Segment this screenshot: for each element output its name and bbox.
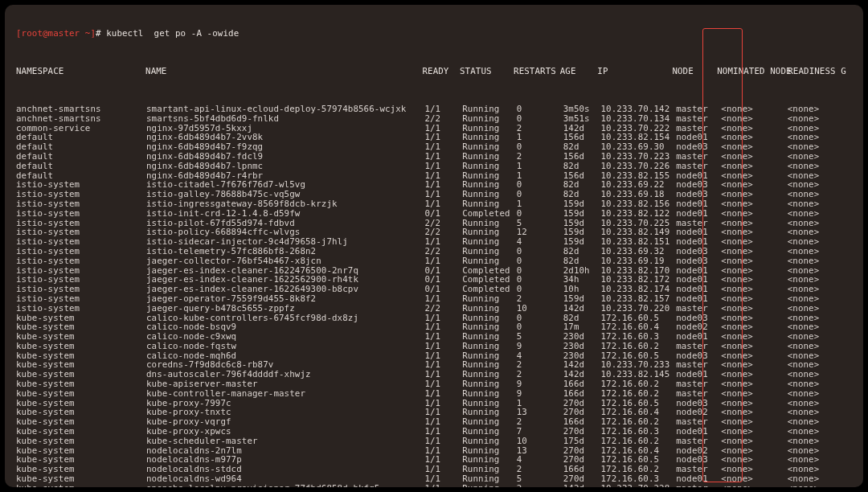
cell: 2: [517, 360, 563, 370]
shell-hash: #: [96, 28, 106, 39]
cell: <none>: [721, 247, 787, 256]
cell: Running: [462, 294, 516, 304]
cell: <none>: [788, 437, 855, 446]
cell: 9: [517, 342, 563, 351]
cell: <none>: [788, 484, 855, 487]
table-row: istio-systemistio-init-crd-12-1.4.8-d59f…: [16, 209, 855, 219]
cell: <none>: [788, 304, 855, 314]
cell: <none>: [788, 209, 855, 219]
cell: 10.233.82.156: [601, 199, 677, 209]
shell-command: kubectl get po -A -owide: [106, 28, 239, 39]
table-row: istio-systemjaeger-collector-76bf54b467-…: [16, 256, 855, 266]
cell: 1: [517, 199, 563, 209]
cell: istio-telemetry-57fc886bf8-268n2: [146, 247, 424, 256]
cell: <none>: [721, 437, 787, 446]
cell: 1/1: [424, 389, 462, 399]
cell: 1/1: [424, 256, 462, 266]
cell: istio-system: [16, 304, 146, 314]
cell: istio-system: [16, 294, 146, 304]
cell: 0/1: [424, 209, 462, 219]
cell: 1: [517, 133, 563, 142]
cell: 2/2: [424, 304, 462, 314]
table-row: istio-systemistio-ingressgateway-8569f8d…: [16, 199, 855, 209]
cell: 1/1: [424, 105, 462, 114]
cell: node01: [676, 209, 721, 219]
cell: anchnet-smartsns: [16, 114, 146, 124]
cell: 10: [517, 304, 563, 314]
cell: 4: [517, 237, 563, 247]
cell: istio-ingressgateway-8569f8dcb-krzjk: [146, 199, 424, 209]
cell: 10.233.70.228: [601, 484, 677, 487]
cell: 5: [517, 332, 563, 342]
cell: <none>: [788, 342, 855, 351]
table-row: anchnet-smartsnssmartant-api-linux-eclou…: [16, 105, 855, 114]
cell: <none>: [788, 199, 855, 209]
cell: 156d: [563, 152, 601, 162]
cell: 10.233.70.220: [601, 304, 677, 314]
cell: <none>: [721, 199, 787, 209]
cell: 0: [517, 190, 563, 199]
col-restarts: RESTARTS: [514, 67, 560, 76]
cell: 13: [517, 446, 563, 456]
cell: <none>: [721, 389, 787, 399]
cell: 142d: [563, 484, 601, 487]
cell: Running: [462, 114, 516, 124]
cell: <none>: [788, 294, 855, 304]
cell: Running: [462, 342, 516, 351]
cell: <none>: [721, 152, 787, 162]
cell: 159d: [563, 199, 601, 209]
cell: 82d: [563, 256, 601, 266]
cell: 0: [517, 180, 563, 190]
cell: 1/1: [424, 294, 462, 304]
cell: default: [16, 162, 146, 171]
cell: kube-scheduler-master: [146, 437, 424, 446]
cell: nginx-6db489d4b7-lpnmc: [146, 162, 424, 171]
cell: jaeger-collector-76bf54b467-x8jcn: [146, 256, 424, 266]
cell: master: [676, 342, 721, 351]
cell: master: [676, 162, 721, 171]
table-body: anchnet-smartsnssmartant-api-linux-eclou…: [16, 105, 855, 487]
table-row: kube-systemcalico-node-fqstw1/1Running92…: [16, 342, 855, 351]
cell: 1/1: [424, 342, 462, 351]
shell-prompt: [root@master ~]: [16, 28, 96, 39]
cell: 10.233.69.19: [601, 256, 677, 266]
col-ready: READY: [422, 67, 460, 76]
cell: calico-node-fqstw: [146, 342, 424, 351]
cell: 10.233.70.223: [601, 152, 677, 162]
table-header: NAMESPACE NAME READY STATUS RESTARTS AGE…: [16, 67, 855, 76]
cell: node03: [676, 256, 721, 266]
terminal-window[interactable]: [root@master ~]# kubectl get po -A -owid…: [5, 5, 863, 487]
col-readiness: READINESS G: [788, 67, 855, 76]
cell: 1: [517, 171, 563, 181]
col-namespace: NAMESPACE: [16, 67, 145, 76]
cell: 175d: [563, 437, 601, 446]
cell: 2: [517, 152, 563, 162]
cell: master: [676, 114, 721, 124]
cell: Running: [462, 437, 516, 446]
cell: 4: [517, 455, 563, 465]
cell: openebs-localpv-provisioner-77fbd6858d-h…: [146, 484, 424, 487]
col-node: NODE: [672, 67, 717, 76]
table-row: anchnet-smartsnssmartsns-5bf4dbd6d9-fnlk…: [16, 114, 855, 124]
cell: istio-system: [16, 199, 146, 209]
col-ip: IP: [597, 67, 672, 76]
cell: 10: [517, 437, 563, 446]
cell: <none>: [721, 342, 787, 351]
cell: <none>: [788, 256, 855, 266]
cell: kube-controller-manager-master: [146, 389, 424, 399]
cell: 2: [517, 465, 563, 474]
cell: 9: [517, 389, 563, 399]
cell: 1/1: [424, 152, 462, 162]
cell: 172.16.60.2: [601, 389, 677, 399]
cell: 2: [517, 417, 563, 427]
cell: kube-system: [16, 389, 146, 399]
cell: 1/1: [424, 199, 462, 209]
cell: master: [676, 304, 721, 314]
cell: <none>: [788, 114, 855, 124]
cell: 82d: [563, 247, 601, 256]
cell: 2: [517, 124, 563, 133]
cell: 2: [517, 370, 563, 379]
cell: node01: [676, 199, 721, 209]
cell: 2/2: [424, 247, 462, 256]
col-age: AGE: [560, 67, 598, 76]
